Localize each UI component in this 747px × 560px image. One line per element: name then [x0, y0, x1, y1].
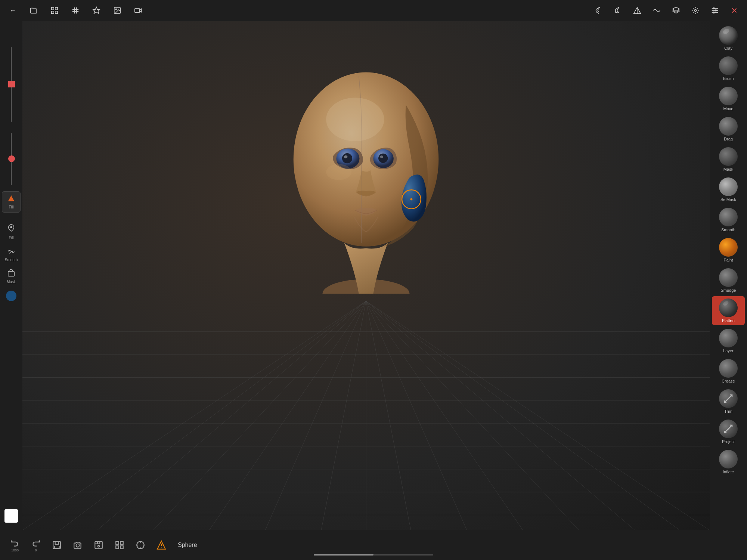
right-tool-layer[interactable]: Layer: [712, 327, 745, 355]
move-label: Move: [723, 106, 734, 111]
svg-point-64: [410, 198, 413, 201]
svg-line-51: [366, 301, 680, 530]
render-button[interactable]: [70, 538, 85, 553]
scene-icon[interactable]: [48, 4, 61, 17]
svg-point-60: [378, 154, 388, 163]
flatten-sphere: [719, 298, 738, 317]
svg-rect-2: [52, 11, 54, 13]
svg-point-21: [715, 10, 717, 11]
svg-line-39: [60, 301, 366, 530]
mask-left-icon: [7, 269, 15, 278]
effects-icon[interactable]: [90, 4, 103, 17]
right-tool-inflate[interactable]: Inflate: [712, 448, 745, 476]
redo-count: 0: [35, 548, 37, 552]
mask-left-label: Mask: [7, 280, 16, 284]
color-swatch[interactable]: [4, 509, 18, 523]
svg-rect-75: [116, 546, 119, 549]
paint-label: Paint: [723, 258, 733, 262]
smooth-right-sphere: [719, 208, 738, 226]
canvas-area[interactable]: [22, 21, 710, 530]
head-sculpture: [273, 40, 459, 294]
svg-rect-1: [55, 7, 58, 10]
smudge-sphere: [719, 268, 738, 287]
flatten-label: Flatten: [722, 318, 735, 323]
right-tool-smooth[interactable]: Smooth: [712, 205, 745, 234]
right-tool-selmask[interactable]: SelMask: [712, 175, 745, 204]
right-tool-mask[interactable]: Mask: [712, 145, 745, 174]
grid-toggle-button[interactable]: [112, 538, 127, 553]
color-dot[interactable]: [6, 291, 16, 301]
settings2-button[interactable]: [133, 538, 148, 553]
intensity-slider-handle[interactable]: [8, 155, 15, 162]
paint-sphere: [719, 238, 738, 257]
brush-settings-icon[interactable]: [592, 4, 605, 17]
right-tool-trim[interactable]: Trim: [712, 387, 745, 416]
layers-icon[interactable]: [669, 4, 683, 17]
size-slider-handle[interactable]: [8, 81, 15, 87]
fill-icon: [7, 224, 15, 234]
video-icon[interactable]: [131, 4, 145, 17]
drag-sphere: [719, 117, 738, 136]
smudge-label: Smudge: [721, 288, 736, 293]
right-tool-crease[interactable]: Crease: [712, 357, 745, 386]
postprocess-icon[interactable]: [650, 4, 663, 17]
svg-marker-8: [93, 7, 100, 13]
project-label: Project: [722, 439, 735, 444]
right-tool-brush[interactable]: Brush: [712, 54, 745, 83]
right-tool-drag[interactable]: Drag: [712, 115, 745, 143]
smooth-left-label: Smooth: [5, 258, 18, 262]
top-toolbar: ←: [0, 0, 747, 21]
svg-line-49: [366, 301, 579, 530]
right-tool-clay[interactable]: Clay: [712, 24, 745, 53]
sym-tool[interactable]: Fill: [2, 191, 21, 213]
screenshot-button[interactable]: [91, 538, 106, 553]
layer-label: Layer: [723, 349, 734, 353]
trim-label: Trim: [724, 409, 732, 414]
close-icon[interactable]: [728, 4, 741, 17]
top-right-icons: [592, 4, 741, 17]
inflate-label: Inflate: [723, 470, 734, 474]
smooth-tool[interactable]: Smooth: [2, 244, 21, 265]
settings-icon[interactable]: [689, 4, 702, 17]
svg-line-67: [728, 428, 729, 430]
svg-rect-28: [8, 272, 15, 276]
selmask-sphere: [719, 177, 738, 196]
folder-icon[interactable]: [27, 4, 40, 17]
stroke-icon[interactable]: [611, 4, 624, 17]
fill-tool[interactable]: Fill: [2, 221, 21, 243]
mask-right-label: Mask: [723, 167, 733, 171]
trim-sphere: [719, 389, 738, 408]
warning-button[interactable]: [154, 538, 169, 553]
svg-rect-76: [120, 546, 123, 549]
image-icon[interactable]: [111, 4, 124, 17]
svg-line-40: [97, 301, 366, 530]
grid-icon[interactable]: [69, 4, 82, 17]
svg-rect-11: [135, 9, 140, 13]
brush-sphere: [719, 56, 738, 75]
sliders-icon[interactable]: [708, 4, 722, 17]
crease-label: Crease: [722, 379, 735, 383]
svg-rect-69: [55, 541, 59, 544]
svg-line-41: [153, 301, 366, 530]
right-tool-smudge[interactable]: Smudge: [712, 266, 745, 295]
mask-sphere: [719, 147, 738, 166]
svg-line-65: [725, 395, 732, 402]
undo-button[interactable]: 1000: [7, 538, 22, 553]
right-tool-flatten[interactable]: Flatten: [712, 296, 745, 325]
back-icon[interactable]: ←: [6, 4, 19, 17]
bottom-progress-bar: [314, 554, 433, 556]
smooth-right-label: Smooth: [721, 228, 735, 232]
symmetry-icon[interactable]: [630, 4, 644, 17]
smooth-left-icon: [7, 247, 15, 256]
redo-button[interactable]: 0: [28, 538, 43, 553]
right-tool-project[interactable]: Project: [712, 417, 745, 446]
svg-line-46: [366, 301, 411, 530]
svg-line-42: [209, 301, 366, 530]
right-tool-move[interactable]: Move: [712, 84, 745, 113]
svg-point-27: [10, 226, 12, 228]
save-button[interactable]: [49, 538, 64, 553]
svg-rect-3: [55, 11, 58, 13]
mask-left-tool[interactable]: Mask: [2, 266, 21, 287]
right-tool-paint[interactable]: Paint: [712, 236, 745, 264]
inflate-sphere: [719, 450, 738, 468]
